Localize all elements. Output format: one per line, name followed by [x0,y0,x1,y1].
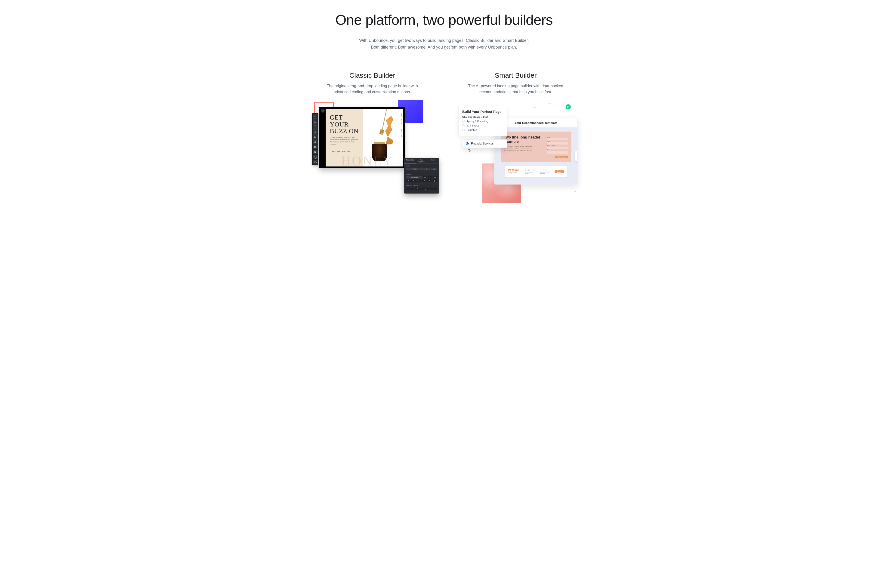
embed-icon[interactable]: ◯ [313,155,318,159]
smart-column: Smart Builder The AI-powered landing pag… [453,72,578,202]
form-input[interactable] [547,151,568,154]
wizard-option-label: Education [466,129,477,131]
case-lower[interactable]: aa [433,176,437,178]
box-icon[interactable]: ◻ [313,119,318,124]
wizard-selected-label: Financial Services [471,142,494,145]
image-icon[interactable]: ▲ [313,129,318,134]
template-form-cta[interactable]: Call to Action [555,156,568,158]
feature-item: 30 day free trial [523,169,534,171]
template-hero: Two line long header example Whether you… [501,132,572,162]
recommended-template-card: Your Recommended Template Two line long … [494,118,578,184]
align-right-icon[interactable]: ≡ [417,179,422,182]
template-pricing-bar: $9.99/mo so you can try it for yourself … [505,166,567,177]
lp-side-label: NATURAL BUZZ RAW HONEY [401,112,402,139]
field-label: Email [547,141,568,142]
align-center-icon[interactable]: ≡ [411,179,416,182]
feature-item: cancel anytime [538,169,551,171]
next-template-button[interactable] [575,151,578,161]
template-heading: Your Recommended Template [495,118,578,128]
font-family-select[interactable]: FUTURA [406,168,423,170]
refresh-icon[interactable]: ⟳ [321,109,325,112]
form-input[interactable] [547,142,568,144]
classic-canvas: ⟳ GET YOUR BUZZ ON Organic, humanely har… [319,107,405,168]
video-icon[interactable]: ▣ [313,150,318,154]
wizard-option-label: Agency & Consulting [466,120,488,123]
tab-page-properties[interactable]: Page Properties [416,158,428,164]
lp-headline-l1: GET YOUR [330,114,348,128]
field-label: Phone Number [547,145,568,146]
lp-headline-l2: BUZZ ON [330,128,358,135]
list-icon[interactable]: ≣ [313,140,318,144]
smart-title: Smart Builder [453,72,578,79]
bring-front-icon[interactable]: ▲ [406,188,413,190]
classic-title: Classic Builder [310,72,435,79]
case-upper[interactable]: AA [428,176,432,178]
feature-item: full access to all features [538,171,551,174]
smart-desc: The AI-powered landing page builder with… [462,83,569,95]
form-input[interactable] [547,138,568,140]
text-icon[interactable]: T [313,124,318,129]
align-left-icon[interactable]: ≡ [406,179,411,182]
pricing-cta-button[interactable]: Get Started [555,170,564,173]
radio-icon [462,124,465,127]
row-icon[interactable]: ▦ [313,144,318,149]
hero-title: One platform, two powerful builders [291,12,597,28]
template-stage: Two line long header example Whether you… [495,128,578,184]
case-aa[interactable]: Aa [423,176,428,178]
lp-cta-button[interactable]: GET MY DISCOUNT [330,148,354,154]
align-h-icon[interactable]: ⇆ [430,188,437,190]
properties-panel: Properties Page Properties Goals FONT FU… [404,158,439,194]
hero-subtitle: With Unbounce, you get two ways to build… [354,37,534,51]
panel-arrangement-label: ARRANGEMENT [406,185,437,187]
tab-goals[interactable]: Goals [428,158,439,164]
classic-desc: The original drag-and-drop landing page … [319,83,426,95]
play-icon[interactable] [566,104,571,110]
hero-sub-line1: With Unbounce, you get two ways to build… [359,38,529,43]
wizard-option-label: eCommerce [466,124,479,127]
wizard-title: Build Your Perfect Page [462,110,503,114]
wizard-option[interactable]: Agency & Consulting [462,120,503,123]
line-height-input[interactable]: 1.1 [430,168,437,170]
price-sub: so you can try it for yourself [508,172,519,175]
wizard-option[interactable]: Education [462,129,503,131]
radio-icon [462,120,465,123]
classic-column: Classic Builder The original drag-and-dr… [310,72,435,186]
feature-item: no credit card needed [523,171,534,174]
radio-icon [462,129,465,131]
wizard-selected-option[interactable]: Financial Services [463,140,507,148]
bold-icon[interactable]: B [422,179,426,182]
italic-icon[interactable]: I [427,179,432,182]
send-back-icon[interactable]: ▼ [414,188,421,190]
form-input[interactable] [547,147,568,148]
section-icon[interactable]: ▭ [313,114,318,118]
field-label: Name [547,136,568,138]
tab-properties[interactable]: Properties [404,158,416,164]
smart-illustration: Your Recommended Template Two line long … [453,104,583,201]
decorative-dot [534,106,536,108]
classic-illustration: ▭ ◻ T ▲ ▤ ≣ ▦ ▣ ◯ </> ⟳ GET YOUR BUZZ ON [312,104,432,185]
classic-landing-page: GET YOUR BUZZ ON Organic, humanely harve… [326,109,403,166]
wizard-option[interactable]: eCommerce [462,124,503,127]
template-form: Name Email Phone Number Comments Call to… [547,136,568,158]
decorative-dot [574,191,576,192]
underline-icon[interactable]: U [432,179,437,182]
form-icon[interactable]: ▤ [313,134,318,139]
price-value: $9.99/mo [508,168,519,172]
panel-font-label: FONT [406,165,437,167]
lp-body: Organic, humanely harvested, and unpaste… [330,136,359,145]
field-label: Comments [547,149,568,150]
panel-style-label: STYLE [406,173,437,175]
font-weight-select[interactable]: SEMIBOLD [406,176,423,178]
template-hero-body: Whether you're a veteran landing page cr… [504,145,534,153]
wizard-question: What type of page is this? [462,116,503,118]
template-hero-title: Two line long header example [504,135,544,144]
classic-toolbar: ▭ ◻ T ▲ ▤ ≣ ▦ ▣ ◯ </> [312,113,318,165]
page-type-wizard: Build Your Perfect Page What type of pag… [458,106,507,136]
code-icon[interactable]: </> [313,160,318,164]
font-size-input[interactable]: 32 [423,168,430,170]
hero-sub-line2: Both different. Both awesome. And you ge… [371,45,517,50]
lp-watermark: HONEY [341,153,393,166]
radio-checked-icon [466,142,469,145]
cursor-icon [468,148,472,153]
align-v-icon[interactable]: ⇅ [422,188,429,190]
